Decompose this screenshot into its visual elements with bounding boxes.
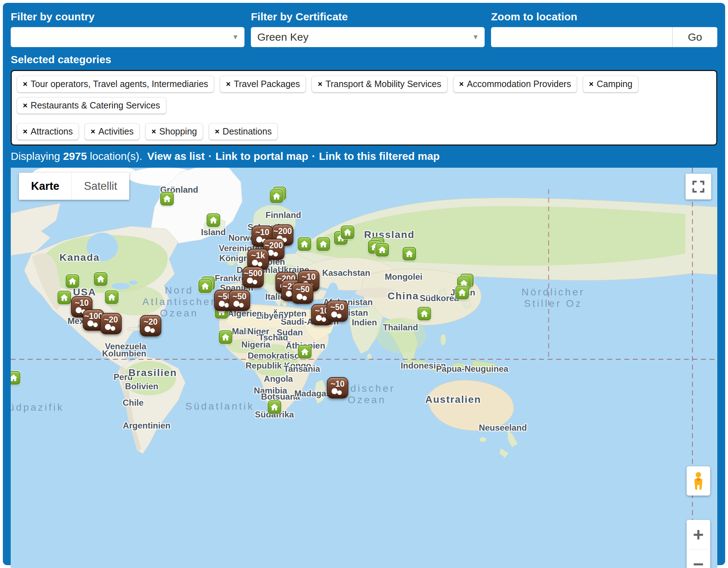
category-chip[interactable]: ×Restaurants & Catering Services xyxy=(17,97,166,114)
remove-chip-icon[interactable]: × xyxy=(91,128,95,136)
zoom-out-button[interactable]: − xyxy=(687,549,710,568)
house-marker-face xyxy=(298,237,311,251)
house-marker-face xyxy=(455,286,469,299)
house-marker[interactable] xyxy=(219,330,232,344)
view-as-list-link[interactable]: View as list xyxy=(147,150,205,162)
house-marker[interactable] xyxy=(403,247,416,260)
pegman-button[interactable] xyxy=(687,466,710,496)
house-marker[interactable] xyxy=(207,213,220,227)
category-chip[interactable]: ×Tour operators, Travel agents, Intermed… xyxy=(17,76,214,92)
status-suffix: location(s). xyxy=(87,150,142,162)
remove-chip-icon[interactable]: × xyxy=(23,128,27,136)
house-icon xyxy=(457,288,467,297)
cluster-count: ~200 xyxy=(264,241,284,250)
house-icon xyxy=(343,228,352,237)
house-marker[interactable] xyxy=(270,189,283,203)
certificate-filter-select[interactable]: Green Key ▼ xyxy=(251,27,485,47)
cluster-count: ~20 xyxy=(141,317,161,327)
cluster-dot-icon xyxy=(247,278,253,284)
portal-map-link[interactable]: Link to portal map xyxy=(216,150,308,162)
cluster-marker[interactable]: ~500 xyxy=(242,267,264,288)
cluster-count: ~500 xyxy=(243,269,263,278)
house-marker[interactable] xyxy=(94,272,107,286)
cluster-count: ~1k xyxy=(248,251,268,260)
cluster-marker[interactable]: ~20 xyxy=(100,313,122,334)
category-chip[interactable]: ×Travel Packages xyxy=(220,76,306,92)
house-marker-face xyxy=(403,247,416,260)
certificate-filter-value: Green Key xyxy=(257,31,308,43)
category-chip[interactable]: ×Destinations xyxy=(209,123,278,140)
remove-chip-icon[interactable]: × xyxy=(318,80,322,88)
cluster-dot-icon xyxy=(273,252,278,257)
remove-chip-icon[interactable]: × xyxy=(23,102,27,110)
cluster-marker[interactable]: ~50 xyxy=(327,300,348,322)
fullscreen-icon xyxy=(692,180,705,193)
remove-chip-icon[interactable]: × xyxy=(151,128,156,136)
zoom-location-group: Go xyxy=(491,27,717,47)
filtered-map-link[interactable]: Link to this filtered map xyxy=(319,150,440,162)
cluster-dot-icon xyxy=(286,291,292,297)
cluster-count: ~50 xyxy=(293,285,313,294)
house-marker[interactable] xyxy=(298,237,311,251)
house-marker[interactable] xyxy=(198,279,212,293)
category-chip-label: Transport & Mobility Services xyxy=(325,79,441,89)
category-chip[interactable]: ×Accommodation Providers xyxy=(453,76,577,92)
house-marker[interactable] xyxy=(455,286,469,299)
house-marker-face xyxy=(11,371,20,385)
map-type-satellit-button[interactable]: Satellit xyxy=(71,173,129,200)
zoom-location-input[interactable] xyxy=(491,27,672,47)
house-marker[interactable] xyxy=(66,274,79,288)
cluster-count: ~10 xyxy=(328,379,348,389)
category-chip[interactable]: ×Transport & Mobility Services xyxy=(312,76,447,92)
remove-chip-icon[interactable]: × xyxy=(23,80,27,88)
selected-categories-box: ×Tour operators, Travel agents, Intermed… xyxy=(11,70,717,146)
remove-chip-icon[interactable]: × xyxy=(459,80,464,88)
certificate-filter-label: Filter by Certificate xyxy=(251,11,485,23)
status-bar: Displaying 2975 location(s).View as list… xyxy=(3,146,725,168)
remove-chip-icon[interactable]: × xyxy=(215,128,219,136)
house-marker[interactable] xyxy=(160,192,174,206)
remove-chip-icon[interactable]: × xyxy=(589,80,593,88)
cluster-marker[interactable]: ~20 xyxy=(140,315,161,336)
cluster-count: ~10 xyxy=(299,272,319,282)
cluster-dot-icon xyxy=(76,307,82,313)
category-chip[interactable]: ×Attractions xyxy=(17,123,79,140)
house-marker[interactable] xyxy=(105,290,118,304)
house-marker-face xyxy=(57,291,71,304)
remove-chip-icon[interactable]: × xyxy=(226,80,231,88)
house-marker[interactable] xyxy=(268,400,281,414)
cluster-marker[interactable]: ~50 xyxy=(292,283,313,304)
house-marker[interactable] xyxy=(317,237,330,251)
house-marker[interactable] xyxy=(298,345,312,359)
house-marker-face xyxy=(66,274,79,288)
category-chip[interactable]: ×Shopping xyxy=(145,123,203,140)
selected-categories-label: Selected categories xyxy=(11,54,725,66)
cluster-dot-icon xyxy=(150,328,155,333)
zoom-in-button[interactable]: + xyxy=(687,520,710,549)
house-marker[interactable] xyxy=(11,371,20,385)
cluster-dot-icon xyxy=(256,237,262,243)
category-chip[interactable]: ×Activities xyxy=(85,123,140,140)
category-chip[interactable]: ×Camping xyxy=(583,76,638,92)
country-filter-select[interactable]: ▼ xyxy=(11,27,244,47)
cluster-dot-icon xyxy=(331,311,337,318)
house-marker[interactable] xyxy=(418,307,431,320)
map-type-karte-button[interactable]: Karte xyxy=(19,173,71,200)
house-icon xyxy=(420,309,429,318)
map-canvas[interactable]: GrönlandIslandKanadaUSAMexikoVenezuelaKo… xyxy=(11,168,717,568)
house-marker-face xyxy=(298,345,312,359)
house-marker[interactable] xyxy=(57,291,71,304)
house-marker-face xyxy=(160,192,174,206)
house-icon xyxy=(107,293,116,302)
filters-row: Filter by country ▼ Filter by Certificat… xyxy=(3,3,725,47)
cluster-marker[interactable]: ~50 xyxy=(229,290,250,311)
house-marker[interactable] xyxy=(341,225,354,239)
house-marker-face xyxy=(198,279,212,293)
link-separator: · xyxy=(308,150,319,162)
fullscreen-button[interactable] xyxy=(686,174,711,199)
house-icon xyxy=(60,293,69,302)
house-marker[interactable] xyxy=(375,243,389,257)
cluster-marker[interactable]: ~10 xyxy=(327,377,348,399)
go-button[interactable]: Go xyxy=(672,27,717,47)
map-type-control: KarteSatellit xyxy=(19,173,129,200)
